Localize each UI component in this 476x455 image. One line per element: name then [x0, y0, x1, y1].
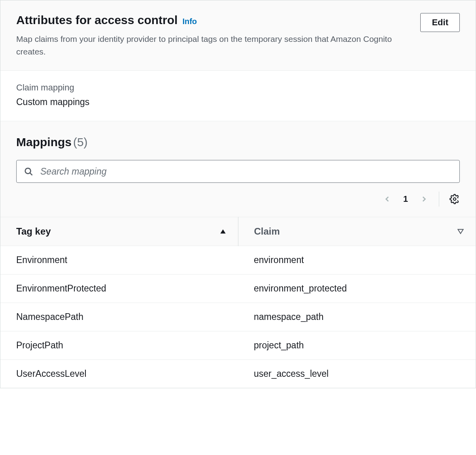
mappings-section: Mappings (5) 1: [0, 121, 476, 217]
attributes-access-control-panel: Attributes for access control Info Map c…: [0, 0, 476, 388]
page-title: Attributes for access control: [16, 13, 178, 27]
search-wrapper: [16, 160, 460, 183]
table-row: UserAccessLevel user_access_level: [0, 360, 476, 388]
column-header-tag-key[interactable]: Tag key: [0, 217, 238, 246]
cell-tag-key: UserAccessLevel: [0, 360, 238, 388]
mappings-title-row: Mappings (5): [16, 135, 460, 149]
edit-button[interactable]: Edit: [420, 13, 460, 32]
divider: [439, 192, 439, 207]
claim-mapping-label: Claim mapping: [16, 83, 460, 93]
info-link[interactable]: Info: [182, 17, 197, 26]
svg-point-2: [453, 198, 456, 201]
svg-marker-4: [458, 229, 463, 234]
sort-none-icon: [457, 226, 464, 237]
table-row: ProjectPath project_path: [0, 331, 476, 360]
header-title-row: Attributes for access control Info: [16, 13, 412, 27]
pagination: 1: [16, 192, 460, 207]
sort-asc-icon: [220, 226, 226, 237]
column-header-claim[interactable]: Claim: [238, 217, 476, 246]
mappings-table: Tag key Claim Environment environment: [0, 217, 476, 388]
claim-mapping-value: Custom mappings: [16, 97, 460, 107]
cell-tag-key: NamespacePath: [0, 303, 238, 331]
table-row: Environment environment: [0, 246, 476, 275]
chevron-left-icon: [384, 196, 391, 203]
mappings-count: (5): [73, 135, 88, 149]
cell-claim: user_access_level: [238, 360, 476, 388]
header-left: Attributes for access control Info Map c…: [16, 13, 412, 58]
page-number: 1: [401, 194, 410, 204]
claim-mapping-section: Claim mapping Custom mappings: [0, 71, 476, 121]
svg-marker-3: [220, 229, 225, 234]
cell-tag-key: Environment: [0, 246, 238, 275]
table-row: NamespacePath namespace_path: [0, 303, 476, 331]
search-input[interactable]: [16, 160, 460, 183]
svg-line-1: [30, 173, 32, 175]
gear-icon: [450, 194, 460, 204]
svg-point-0: [25, 168, 31, 174]
mappings-title: Mappings: [16, 135, 72, 149]
cell-tag-key: EnvironmentProtected: [0, 275, 238, 303]
next-page-button[interactable]: [419, 194, 429, 204]
settings-button[interactable]: [450, 194, 460, 204]
table-header-row: Tag key Claim: [0, 217, 476, 246]
chevron-right-icon: [420, 196, 427, 203]
cell-tag-key: ProjectPath: [0, 331, 238, 360]
table-row: EnvironmentProtected environment_protect…: [0, 275, 476, 303]
prev-page-button[interactable]: [383, 194, 392, 204]
panel-header: Attributes for access control Info Map c…: [0, 0, 476, 71]
column-header-claim-label: Claim: [254, 226, 280, 237]
header-description: Map claims from your identity provider t…: [16, 33, 404, 58]
cell-claim: environment_protected: [238, 275, 476, 303]
search-icon: [24, 167, 33, 176]
cell-claim: namespace_path: [238, 303, 476, 331]
cell-claim: environment: [238, 246, 476, 275]
cell-claim: project_path: [238, 331, 476, 360]
column-header-tag-key-label: Tag key: [16, 226, 51, 237]
